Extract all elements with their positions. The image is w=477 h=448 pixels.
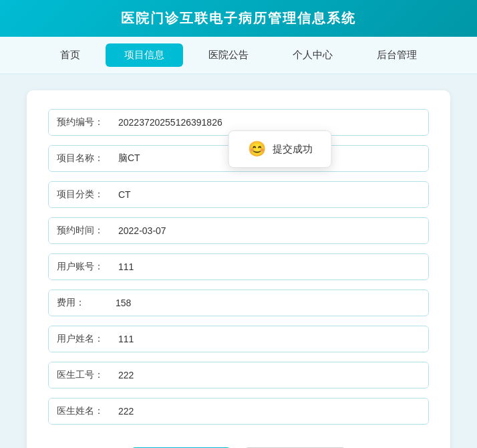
form-row-project-category: 项目分类： xyxy=(48,181,429,208)
main-content: 预约编号：项目名称：项目分类：预约时间：用户账号：费用：用户姓名：医生工号：医生… xyxy=(0,74,477,448)
label-user-name: 用户姓名： xyxy=(49,326,112,352)
form-row-booking-id: 预约编号： xyxy=(48,109,429,136)
form-row-user-name: 用户姓名： xyxy=(48,326,429,352)
input-fee[interactable] xyxy=(109,291,428,315)
header-title: 医院门诊互联电子病历管理信息系统 xyxy=(121,11,356,25)
label-doctor-name: 医生姓名： xyxy=(49,399,112,424)
form-row-booking-time: 预约时间： xyxy=(48,217,429,244)
form-row-user-account: 用户账号： xyxy=(48,253,429,280)
form-row-doctor-name: 医生姓名： xyxy=(48,398,429,425)
form-row-project-name: 项目名称： xyxy=(48,145,429,172)
label-fee: 费用： xyxy=(49,290,109,316)
nav-item-1[interactable]: 项目信息 xyxy=(106,43,183,67)
label-doctor-id: 医生工号： xyxy=(49,362,112,388)
input-user-name[interactable] xyxy=(112,327,428,351)
label-project-name: 项目名称： xyxy=(49,146,112,171)
main-nav: 首页项目信息医院公告个人中心后台管理 xyxy=(0,37,477,74)
form-row-doctor-id: 医生工号： xyxy=(48,362,429,388)
input-booking-time[interactable] xyxy=(112,219,428,243)
input-project-name[interactable] xyxy=(112,146,428,171)
nav-item-0[interactable]: 首页 xyxy=(41,43,99,67)
input-doctor-name[interactable] xyxy=(112,399,428,423)
nav-item-3[interactable]: 个人中心 xyxy=(274,43,351,67)
input-doctor-id[interactable] xyxy=(112,363,428,387)
form-row-fee: 费用： xyxy=(48,290,429,316)
form-card: 预约编号：项目名称：项目分类：预约时间：用户账号：费用：用户姓名：医生工号：医生… xyxy=(27,90,450,448)
input-booking-id[interactable] xyxy=(112,110,428,134)
input-project-category[interactable] xyxy=(112,183,428,207)
nav-item-4[interactable]: 后台管理 xyxy=(358,43,436,67)
input-user-account[interactable] xyxy=(112,255,428,279)
button-row: 提交 重置 xyxy=(48,438,429,448)
label-user-account: 用户账号： xyxy=(49,254,112,279)
label-booking-id: 预约编号： xyxy=(49,110,112,135)
label-project-category: 项目分类： xyxy=(49,182,112,207)
label-booking-time: 预约时间： xyxy=(49,218,112,243)
nav-item-2[interactable]: 医院公告 xyxy=(190,43,267,67)
page-header: 医院门诊互联电子病历管理信息系统 xyxy=(0,0,477,37)
